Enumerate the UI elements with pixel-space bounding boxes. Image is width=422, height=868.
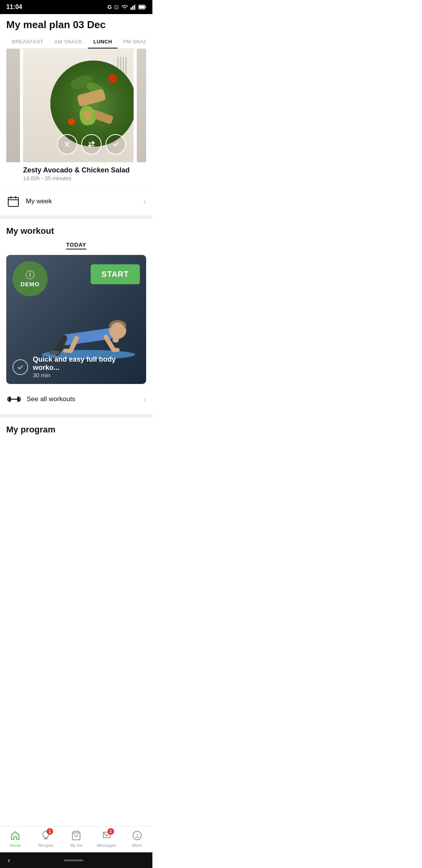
screen-icon: ⊡: [114, 4, 119, 10]
remove-button[interactable]: [57, 134, 77, 154]
workout-text-info: Quick and easy full body worko... 30 min: [33, 355, 140, 378]
my-week-label: My week: [26, 197, 143, 205]
svg-rect-3: [135, 4, 136, 10]
header: My meal plan 03 Dec BREAKFAST AM SNACK L…: [0, 14, 152, 49]
meal-actions: [57, 134, 126, 154]
workout-check-icon[interactable]: [13, 359, 28, 375]
calendar-icon: [6, 194, 20, 208]
section-divider-1: [0, 216, 152, 219]
tab-lunch[interactable]: LUNCH: [88, 36, 118, 48]
workout-card: i DEMO START Quick and easy full body wo…: [6, 255, 146, 384]
workout-section-title: My workout: [0, 219, 152, 239]
info-icon: i: [26, 271, 34, 279]
today-label: TODAY: [66, 242, 86, 249]
workout-duration: 30 min: [33, 372, 140, 378]
start-workout-button[interactable]: START: [91, 264, 140, 284]
workout-title: Quick and easy full body worko...: [33, 355, 140, 372]
google-icon: G: [107, 4, 112, 10]
meal-time: 14:00h - 35 minutes: [23, 175, 134, 181]
wifi-icon: [121, 4, 128, 10]
today-tab[interactable]: TODAY: [0, 239, 152, 255]
signal-icon: [131, 4, 136, 10]
meal-name: Zesty Avocado & Chicken Salad: [23, 166, 134, 174]
swap-button[interactable]: [81, 134, 102, 154]
tab-breakfast[interactable]: BREAKFAST: [6, 36, 49, 48]
main-meal-card: Zesty Avocado & Chicken Salad 14:00h - 3…: [23, 49, 134, 184]
program-section-title: My program: [0, 418, 152, 438]
section-divider-2: [0, 414, 152, 418]
svg-rect-0: [131, 7, 132, 10]
meals-row: Zesty Avocado & Chicken Salad 14:00h - 3…: [6, 49, 146, 184]
demo-badge: i DEMO: [13, 261, 48, 296]
svg-rect-6: [145, 6, 146, 8]
page-title: My meal plan 03 Dec: [6, 19, 146, 31]
svg-point-18: [111, 323, 125, 337]
dumbbell-icon: [6, 391, 22, 407]
status-icons: G ⊡: [107, 4, 146, 10]
status-bar: 11:04 G ⊡: [0, 0, 152, 14]
svg-line-19: [106, 337, 114, 350]
svg-rect-16: [113, 337, 119, 343]
demo-label: DEMO: [21, 281, 40, 287]
confirm-button[interactable]: [106, 134, 126, 154]
chevron-right-icon: ›: [143, 197, 146, 206]
meal-card-image: [23, 49, 134, 162]
meal-tabs: BREAKFAST AM SNACK LUNCH PM SNACK DINNER: [6, 36, 146, 49]
my-week-row[interactable]: My week ›: [0, 187, 152, 216]
svg-rect-9: [8, 197, 18, 206]
meal-info: Zesty Avocado & Chicken Salad 14:00h - 3…: [23, 162, 134, 184]
svg-rect-5: [139, 6, 145, 9]
status-time: 11:04: [6, 4, 22, 11]
meal-cards-area: Zesty Avocado & Chicken Salad 14:00h - 3…: [0, 49, 152, 184]
svg-rect-1: [132, 6, 133, 10]
tab-am-snack[interactable]: AM SNACK: [49, 36, 88, 48]
see-all-workouts-label: See all workouts: [27, 395, 143, 403]
partial-right-card: [137, 49, 146, 162]
partial-left-card: [6, 49, 20, 162]
see-all-chevron-icon: ›: [143, 395, 146, 404]
my-program-section: My program: [0, 418, 152, 493]
battery-icon: [138, 5, 146, 9]
tab-pm-snack[interactable]: PM SNACK: [118, 36, 146, 48]
salad-plate: [50, 61, 134, 147]
my-workout-section: My workout TODAY: [0, 219, 152, 414]
see-all-workouts-row[interactable]: See all workouts ›: [0, 384, 152, 414]
svg-rect-2: [134, 5, 135, 10]
workout-bottom-info: Quick and easy full body worko... 30 min: [6, 350, 146, 384]
